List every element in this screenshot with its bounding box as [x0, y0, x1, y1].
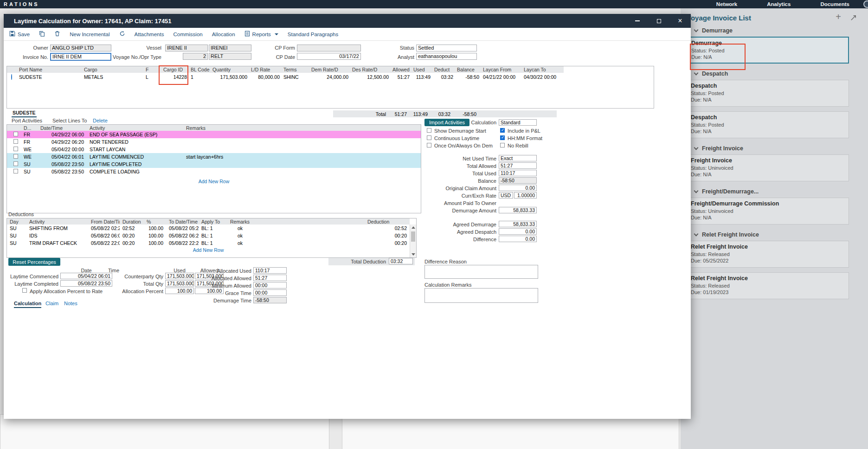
maximize-button[interactable] — [648, 14, 669, 28]
port-activity-row[interactable]: WE 05/04/22 06:01 LAYTIME COMMENCED star… — [7, 153, 421, 160]
add-new-row-link[interactable]: Add New Row — [7, 247, 410, 253]
tab-notes[interactable]: Notes — [64, 301, 77, 306]
deduction-row[interactable]: SU SHIFTING FROM 05/08/22 02:28 02:52 10… — [7, 224, 410, 232]
owner-field[interactable]: ANGLO SHIP LTD — [50, 45, 111, 51]
exch-rate-field[interactable]: 1.00000 — [514, 192, 537, 199]
agreed-demurrage-field[interactable]: 58,833.33 — [499, 221, 537, 227]
cp-form-field[interactable] — [297, 45, 361, 51]
copy-button[interactable] — [39, 31, 45, 38]
net-used-time-field[interactable]: Exact — [499, 155, 537, 161]
voyage-no-field[interactable]: 2 — [183, 53, 208, 60]
laytime-completed-field[interactable]: 05/08/22 23:50 — [60, 280, 112, 287]
currency-field[interactable]: USD — [499, 192, 513, 199]
group-freight-invoice[interactable]: Freight Invoice — [694, 145, 868, 152]
scroll-down-icon[interactable] — [411, 253, 415, 256]
save-button[interactable]: Save — [9, 31, 30, 38]
cargo-row-radio[interactable] — [11, 74, 12, 80]
analyst-field[interactable]: eathanasopoulou — [416, 53, 477, 60]
row-checkbox[interactable] — [13, 132, 18, 136]
delete-button[interactable] — [54, 31, 60, 38]
invoice-card-despatch[interactable]: Despatch Status: Posted Due: N/A — [686, 111, 849, 138]
add-invoice-icon[interactable]: + — [836, 12, 841, 21]
deductions-scrollbar[interactable] — [410, 224, 416, 257]
calculation-field[interactable]: Standard — [499, 119, 537, 126]
continuous-laytime-checkbox[interactable] — [427, 135, 431, 140]
include-in-pl-checkbox[interactable] — [500, 128, 505, 133]
tab-claim[interactable]: Claim — [45, 301, 58, 306]
commission-button[interactable]: Commission — [173, 32, 202, 37]
once-on-dem-checkbox[interactable] — [427, 143, 431, 148]
user-avatar[interactable] — [863, 0, 868, 8]
group-despatch[interactable]: Despatch — [694, 71, 868, 77]
reset-percentages-button[interactable]: Reset Percentages — [8, 258, 60, 266]
minimum-allowed-field[interactable]: 00:00 — [253, 282, 287, 289]
invoice-no-field[interactable]: IRNE II DEM — [50, 53, 111, 61]
nav-network[interactable]: Network — [716, 1, 737, 7]
refresh-button[interactable] — [119, 31, 125, 38]
original-claim-field[interactable]: 0.00 — [499, 185, 537, 191]
calculation-remarks-textarea[interactable] — [424, 288, 538, 303]
close-button[interactable]: × — [669, 14, 691, 28]
deduction-row[interactable]: SU TRIM DRAFT CHECK 05/08/22 22:09 00:20… — [7, 239, 410, 247]
invoice-card-freight[interactable]: Freight Invoice Status: Uninvoiced Due: … — [686, 154, 849, 181]
port-activity-row[interactable]: FR 04/29/22 06:00 END OF SEA PASSAGE (ES… — [7, 131, 421, 138]
group-demurrage[interactable]: Demurrage — [694, 27, 868, 34]
reports-menu-button[interactable]: Reports — [244, 31, 278, 38]
nav-documents[interactable]: Documents — [820, 1, 849, 7]
expand-panel-icon[interactable] — [850, 14, 857, 23]
scroll-up-icon[interactable] — [411, 226, 415, 229]
laytime-commenced-field[interactable]: 05/04/22 06:01 — [60, 273, 112, 279]
vessel-name-field[interactable]: IRENE II — [165, 45, 208, 51]
total-used-label: Total Used — [418, 171, 496, 176]
total-deduct: 03:32 — [430, 111, 453, 117]
invoice-card-despatch[interactable]: Despatch Status: Posted Due: N/A — [686, 80, 849, 107]
delete-lines-link[interactable]: Delete — [93, 118, 108, 123]
laytime-completed-label: Laytime Completed — [8, 281, 58, 287]
invoice-card-freight-demurrage-commission[interactable]: Freight/Demurrage Commission Status: Uni… — [686, 198, 849, 224]
allocation-button[interactable]: Allocation — [212, 32, 235, 37]
port-activity-row[interactable]: SU 05/08/22 23:50 LAYTIME COMPLETED — [7, 160, 421, 168]
row-checkbox[interactable] — [13, 169, 18, 173]
scroll-thumb[interactable] — [411, 231, 415, 242]
add-new-row-link[interactable]: Add New Row — [7, 179, 421, 184]
invoice-card-demurrage[interactable]: Demurrage Status: Posted Due: N/A — [686, 37, 849, 64]
allocated-used-field: 110:17 — [253, 267, 287, 274]
net-used-time-label: Net Used Time — [418, 156, 496, 161]
invoice-card-relet-freight[interactable]: Relet Freight Invoice Status: Released D… — [686, 241, 849, 268]
window-title-bar: Laytime Calculation for Owner: 17641, AP… — [4, 14, 691, 28]
deduction-row[interactable]: SU IDS 05/08/22 06:00 00:20 100.00 05/08… — [7, 232, 410, 239]
row-checkbox[interactable] — [13, 154, 18, 159]
nav-analytics[interactable]: Analytics — [767, 1, 791, 7]
group-freight-demurrage[interactable]: Freight/Demurrage... — [694, 188, 868, 195]
attachments-button[interactable]: Attachments — [135, 32, 164, 37]
cargo-table-row[interactable]: SUDESTE METALS L 14228 1 171,503.000 80,… — [7, 73, 564, 81]
minimize-icon — [635, 20, 640, 21]
port-activity-row[interactable]: SU 05/08/22 23:50 COMPLETE LOADING — [7, 168, 421, 175]
status-field[interactable]: Settled — [416, 45, 477, 51]
port-activity-row[interactable]: WE 05/04/22 00:00 START LAYCAN — [7, 146, 421, 153]
tab-calculation[interactable]: Calculation — [14, 301, 41, 308]
port-tab-sudeste[interactable]: SUDESTE — [12, 109, 37, 117]
grace-time-field[interactable]: 00:00 — [253, 289, 287, 296]
port-activity-row[interactable]: FR 04/29/22 06:20 NOR TENDERED — [7, 138, 421, 146]
invoice-card-relet-freight[interactable]: Relet Freight Invoice Status: Released D… — [686, 272, 849, 299]
row-checkbox[interactable] — [13, 161, 18, 166]
cp-date-field[interactable]: 03/17/22 — [297, 53, 361, 60]
row-checkbox[interactable] — [13, 147, 18, 151]
new-incremental-button[interactable]: New Incremental — [70, 32, 109, 37]
demurrage-amount-field: 58,833.33 — [499, 207, 537, 213]
apply-allocation-percent-checkbox[interactable] — [22, 288, 27, 293]
agreed-despatch-field[interactable]: 0.00 — [499, 228, 537, 235]
no-rebill-checkbox[interactable] — [500, 143, 505, 148]
minimize-button[interactable] — [627, 14, 648, 28]
analyst-label: Analyst — [356, 54, 414, 60]
group-relet-freight-invoice[interactable]: Relet Freight Invoice — [694, 231, 868, 238]
difference-reason-textarea[interactable] — [424, 265, 538, 279]
standard-paragraphs-button[interactable]: Standard Paragraphs — [288, 32, 338, 37]
cp-date-label: CP Date — [245, 54, 295, 60]
hhmm-format-checkbox[interactable] — [500, 135, 505, 140]
total-qty-label: Total Qty — [106, 281, 163, 287]
row-checkbox[interactable] — [13, 139, 18, 144]
owner-label: Owner — [13, 45, 48, 51]
show-demurrage-start-checkbox[interactable] — [427, 128, 431, 133]
